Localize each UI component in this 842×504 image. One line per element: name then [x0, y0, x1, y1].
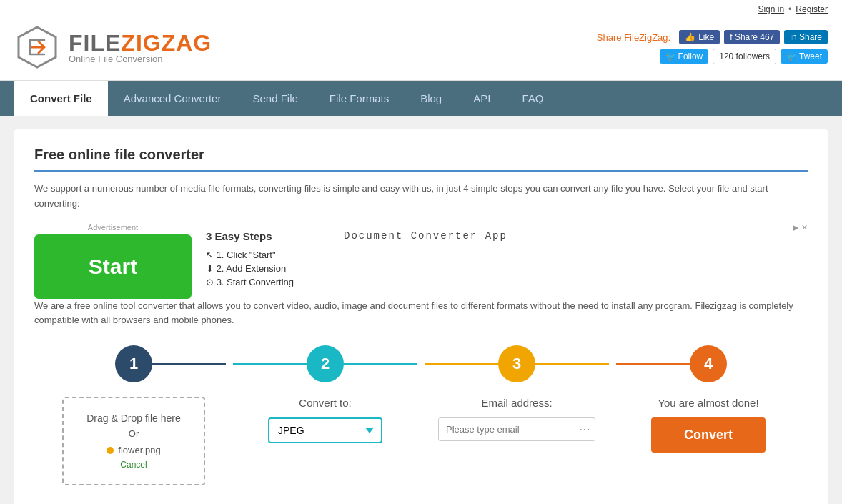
tweet-label: Tweet: [799, 51, 822, 61]
separator: •: [788, 4, 791, 14]
cancel-link[interactable]: Cancel: [75, 460, 192, 470]
followers-count-button[interactable]: 120 followers: [713, 49, 776, 64]
social-bottom-row: 🐦 Follow 120 followers 🐦 Tweet: [660, 49, 828, 64]
page-title: Free online file converter: [34, 147, 808, 172]
drop-zone-text: Drag & Drop file here: [75, 412, 192, 424]
ad-right-inner: 3 Easy Steps ↖ 1. Click "Start" ⬇ 2. Add…: [206, 223, 507, 290]
ad-section: Advertisement Start 3 Easy Steps ↖ 1. Cl…: [34, 223, 808, 299]
social-top-row: Share FileZigZag: 👍 Like f Share 467 in …: [597, 30, 828, 44]
thumbs-up-icon: 👍: [685, 32, 695, 42]
step-1-line-right: [152, 363, 226, 365]
email-label: Email address:: [481, 397, 552, 409]
sign-in-link[interactable]: Sign in: [758, 4, 784, 14]
tweet-icon: 🐦: [786, 51, 797, 61]
file-name: flower.png: [118, 445, 160, 455]
ad-dismiss-icon: ▶: [793, 223, 798, 232]
second-description: We are a free online tool converter that…: [34, 299, 808, 329]
linkedin-icon: in: [790, 32, 796, 42]
header: FILEZIGZAG Online File Conversion Share …: [14, 17, 828, 80]
ad-step-3: ⊙ 3. Start Converting: [206, 277, 294, 287]
file-dot-icon: [107, 447, 114, 454]
step-2-line-right: [344, 363, 417, 365]
description: We support a numerous number of media fi…: [34, 182, 808, 212]
fb-share-count-label: Share 467: [735, 32, 774, 42]
step-4-line-left: [616, 363, 690, 365]
ad-step-2: ⬇ 2. Add Extension: [206, 263, 294, 274]
logo-area: FILEZIGZAG Online File Conversion: [14, 24, 212, 70]
nav-blog[interactable]: Blog: [405, 81, 457, 116]
ad-steps-list: ↖ 1. Click "Start" ⬇ 2. Add Extension ⊙ …: [206, 249, 294, 290]
step-3-line-left: [425, 363, 498, 365]
nav-advanced-converter[interactable]: Advanced Converter: [108, 81, 237, 116]
step-3: 3 Email address: ⋯: [425, 345, 609, 441]
ad-steps-title: 3 Easy Steps: [206, 230, 294, 242]
ad-steps-area: 3 Easy Steps ↖ 1. Click "Start" ⬇ 2. Add…: [206, 223, 294, 290]
email-input-wrap: ⋯: [438, 417, 595, 441]
twitter-follow-button[interactable]: 🐦 Follow: [660, 49, 709, 64]
step-2-content: Convert to: JPEG PNG GIF PDF BMP: [233, 397, 417, 443]
ad-step-1: ↖ 1. Click "Start": [206, 249, 294, 260]
convert-button[interactable]: Convert: [651, 417, 766, 453]
step-1-circle: 1: [115, 345, 152, 382]
step-2: 2 Convert to: JPEG PNG GIF PDF BMP: [233, 345, 417, 443]
nav-api[interactable]: API: [457, 81, 506, 116]
social-area: Share FileZigZag: 👍 Like f Share 467 in …: [597, 30, 828, 64]
file-item: flower.png: [75, 445, 192, 455]
nav-send-file[interactable]: Send File: [237, 81, 313, 116]
nav-file-formats[interactable]: File Formats: [314, 81, 405, 116]
nav-faq[interactable]: FAQ: [506, 81, 559, 116]
format-select[interactable]: JPEG PNG GIF PDF BMP: [268, 417, 382, 443]
ad-label: Advertisement: [88, 223, 138, 232]
ad-left: Advertisement Start: [34, 223, 192, 299]
step-1-line: 1: [41, 345, 226, 382]
logo-file: FILE: [69, 30, 121, 56]
like-label: Like: [698, 32, 714, 42]
step-1: 1 Drag & Drop file here Or flower.png Ca…: [41, 345, 226, 485]
step-2-line: 2: [233, 345, 417, 382]
step-3-circle: 3: [498, 345, 535, 382]
followers-label: 120 followers: [719, 51, 770, 61]
step-4: 4 You are almost done! Convert: [616, 345, 801, 453]
logo-name: FILEZIGZAG: [69, 30, 212, 56]
ad-dismiss-x[interactable]: ✕: [801, 223, 808, 232]
logo-zigzag: ZIGZAG: [121, 30, 212, 56]
step-4-line: 4: [616, 345, 801, 382]
ad-doc-text: Document Converter App: [344, 230, 507, 242]
email-icon: ⋯: [573, 418, 595, 440]
ad-start-button[interactable]: Start: [34, 234, 192, 299]
twitter-icon: 🐦: [665, 51, 676, 61]
linkedin-share-button[interactable]: in Share: [784, 30, 828, 44]
ad-row-inner: Advertisement Start 3 Easy Steps ↖ 1. Cl…: [34, 223, 507, 299]
register-link[interactable]: Register: [796, 4, 828, 14]
convert-to-label: Convert to:: [299, 397, 351, 409]
logo-icon: [14, 24, 60, 70]
facebook-like-button[interactable]: 👍 Like: [679, 30, 720, 44]
logo-tagline: Online File Conversion: [69, 54, 212, 64]
step-2-circle: 2: [307, 345, 344, 382]
steps-row: 1 Drag & Drop file here Or flower.png Ca…: [34, 345, 808, 485]
twitter-tweet-button[interactable]: 🐦 Tweet: [781, 49, 828, 64]
step-1-content: Drag & Drop file here Or flower.png Canc…: [41, 397, 226, 485]
nav-convert-file[interactable]: Convert File: [14, 81, 108, 116]
ad-right-section: 3 Easy Steps ↖ 1. Click "Start" ⬇ 2. Add…: [206, 223, 507, 290]
share-label: Share FileZigZag:: [597, 32, 670, 43]
nav-bar: Convert File Advanced Converter Send Fil…: [0, 81, 842, 116]
facebook-share-button[interactable]: f Share 467: [724, 30, 780, 44]
li-share-label: Share: [799, 32, 822, 42]
almost-done-label: You are almost done!: [658, 397, 758, 409]
facebook-icon: f: [730, 32, 732, 42]
step-3-line-right: [535, 363, 609, 365]
step-4-circle: 4: [690, 345, 727, 382]
step-4-content: You are almost done! Convert: [616, 397, 801, 453]
drop-zone[interactable]: Drag & Drop file here Or flower.png Canc…: [62, 397, 205, 485]
step-3-content: Email address: ⋯: [425, 397, 609, 441]
follow-label: Follow: [678, 51, 703, 61]
ad-dismiss-area[interactable]: ▶ ✕: [793, 223, 808, 232]
email-input[interactable]: [439, 418, 573, 440]
step-2-line-left: [233, 363, 307, 365]
main-content: Free online file converter We support a …: [14, 129, 828, 504]
ad-doc-app: Document Converter App: [344, 223, 507, 242]
drop-zone-or: Or: [75, 428, 192, 439]
step-3-line: 3: [425, 345, 609, 382]
logo-text: FILEZIGZAG Online File Conversion: [69, 30, 212, 64]
